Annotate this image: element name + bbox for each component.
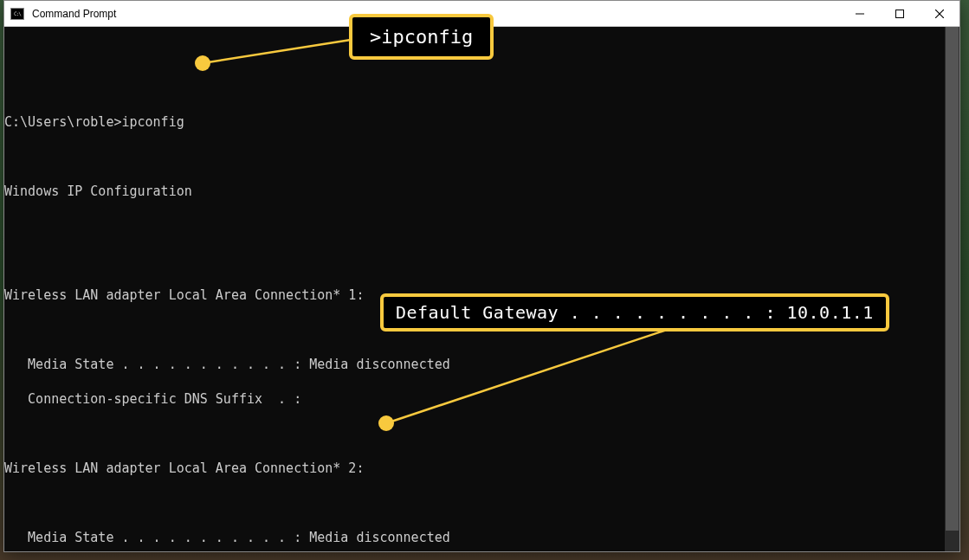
adapter-title: Wireless LAN adapter Local Area Connecti… xyxy=(4,460,959,477)
close-button[interactable] xyxy=(920,1,959,26)
media-state: Media State . . . . . . . . . . . : Medi… xyxy=(4,356,959,373)
terminal-area[interactable]: C:\Users\roble>ipconfig Windows IP Confi… xyxy=(4,27,959,551)
callout-default-gateway: Default Gateway . . . . . . . . . : 10.0… xyxy=(380,293,889,331)
scroll-thumb[interactable] xyxy=(946,27,959,531)
prompt: C:\Users\roble> xyxy=(4,114,121,130)
ip-config-header: Windows IP Configuration xyxy=(4,183,959,200)
vertical-scrollbar[interactable] xyxy=(945,27,959,551)
annotation-dot xyxy=(195,55,210,71)
maximize-button[interactable] xyxy=(880,1,920,26)
media-state: Media State . . . . . . . . . . . : Medi… xyxy=(4,529,959,546)
cmd-icon xyxy=(10,8,24,20)
svg-rect-1 xyxy=(896,10,904,17)
annotation-dot xyxy=(378,415,394,431)
typed-command: ipconfig xyxy=(121,114,184,130)
dns-suffix: Connection-specific DNS Suffix . : xyxy=(4,390,959,408)
command-prompt-window: Command Prompt C:\Users\roble>ipconfig W… xyxy=(3,0,960,552)
callout-ipconfig: >ipconfig xyxy=(349,14,494,60)
window-controls xyxy=(840,1,959,26)
minimize-button[interactable] xyxy=(840,1,880,26)
